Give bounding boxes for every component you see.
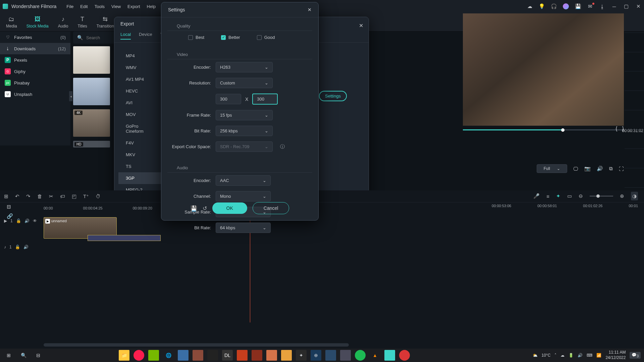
cloud-icon[interactable]: ☁ <box>527 3 533 9</box>
menu-export[interactable]: Export <box>127 4 140 9</box>
format-av1mp4[interactable]: AV1 MP4 <box>118 73 161 85</box>
mute-icon[interactable]: 🔊 <box>23 245 29 249</box>
battery-icon[interactable]: 🔋 <box>569 353 574 358</box>
chrome-icon[interactable]: 🌐 <box>163 350 174 361</box>
profile-icon[interactable] <box>563 3 569 9</box>
resolution-height-input[interactable] <box>252 94 278 105</box>
delete-icon[interactable]: 🗑 <box>37 193 42 199</box>
ok-button[interactable]: OK <box>212 202 247 214</box>
sidebar-item-pexels[interactable]: PPexels <box>0 54 70 66</box>
format-f4v[interactable]: F4V <box>118 137 161 149</box>
format-mov[interactable]: MOV <box>118 109 161 120</box>
text-icon[interactable]: T⁺ <box>83 193 89 199</box>
sidebar-item-downloads[interactable]: ⭳Downloads(12) <box>0 43 70 54</box>
app-icon[interactable] <box>266 350 277 361</box>
wifi-icon[interactable]: 📶 <box>596 353 601 358</box>
export-close-icon[interactable]: ✕ <box>359 22 363 29</box>
rail-item[interactable] <box>625 168 644 188</box>
export-tab-device[interactable]: Device <box>139 32 152 40</box>
mute-icon[interactable]: 🔊 <box>24 219 30 223</box>
video-clip[interactable]: ▶ unnamed <box>44 217 117 239</box>
filmora-icon[interactable] <box>384 350 395 361</box>
media-thumb[interactable]: 4K <box>73 109 110 137</box>
onedrive-icon[interactable]: ☁ <box>560 353 565 358</box>
monitor-icon[interactable]: 🖵 <box>573 166 578 172</box>
close-icon[interactable]: ✕ <box>635 3 641 9</box>
crop-icon[interactable]: ◰ <box>72 193 76 199</box>
save-icon[interactable]: 💾 <box>575 3 581 9</box>
tag-icon[interactable]: 🏷 <box>60 193 65 199</box>
info-icon[interactable]: ⓘ <box>280 144 285 150</box>
speed-icon[interactable]: ⏱ <box>96 193 101 199</box>
zoom-in-icon[interactable]: ⊕ <box>620 193 624 199</box>
weather-icon[interactable]: ⛅ <box>533 353 538 358</box>
tab-titles[interactable]: TTitles <box>77 16 87 28</box>
mark-in-icon[interactable]: { <box>615 126 617 132</box>
tab-audio[interactable]: ♪Audio <box>58 16 68 28</box>
format-hevc[interactable]: HEVC <box>118 85 161 97</box>
view-toggle-icon[interactable]: ◑ <box>631 192 638 200</box>
video-encoder-select[interactable]: H263⌄ <box>216 62 273 72</box>
mic-icon[interactable]: 🎤 <box>533 193 540 199</box>
rail-item[interactable] <box>625 71 644 91</box>
message-icon[interactable]: ✉ <box>587 3 593 9</box>
pip-icon[interactable]: ⧉ <box>609 166 613 172</box>
app-icon[interactable] <box>252 350 262 361</box>
idea-icon[interactable]: 💡 <box>539 3 545 9</box>
tray-chevron-icon[interactable]: ˄ <box>554 353 556 358</box>
quality-better[interactable]: ✓Better <box>221 35 240 40</box>
tab-media[interactable]: 🗂Media <box>6 16 17 28</box>
rail-item[interactable] <box>625 52 644 72</box>
format-3gp[interactable]: 3GP <box>118 172 161 184</box>
undo-icon[interactable]: ↶ <box>15 193 19 199</box>
cancel-button[interactable]: Cancel <box>253 202 289 214</box>
language-icon[interactable]: ⌨ <box>587 353 592 358</box>
opera-icon[interactable] <box>133 350 144 361</box>
menu-view[interactable]: View <box>111 4 121 9</box>
volume-icon[interactable]: 🔊 <box>578 353 583 358</box>
app-icon[interactable] <box>340 350 351 361</box>
mixer-icon[interactable]: ≡ <box>546 193 549 199</box>
fit-icon[interactable]: ▭ <box>567 193 572 199</box>
media-thumb[interactable] <box>73 78 110 105</box>
app-icon[interactable]: ✦ <box>296 350 307 361</box>
app-icon[interactable] <box>281 350 292 361</box>
rail-item[interactable] <box>625 33 644 52</box>
settings-close-icon[interactable]: ✕ <box>308 7 312 12</box>
app-icon[interactable]: DL <box>222 350 233 361</box>
preview-progress[interactable] <box>463 129 624 130</box>
settings-button[interactable]: Settings <box>319 91 347 101</box>
notifications-icon[interactable]: 💬3 <box>630 352 641 359</box>
app-icon[interactable] <box>193 350 203 361</box>
format-avi[interactable]: AVI <box>118 97 161 109</box>
taskview-icon[interactable]: ⊟ <box>33 350 44 361</box>
format-ts[interactable]: TS <box>118 161 161 172</box>
rail-item[interactable] <box>625 149 644 168</box>
start-icon[interactable]: ⊞ <box>3 350 14 361</box>
weather-temp[interactable]: 10°C <box>542 353 551 358</box>
vlc-icon[interactable]: ▲ <box>370 350 380 361</box>
visibility-icon[interactable]: 👁 <box>33 219 37 223</box>
preview-video[interactable]: { } 00:00:31:02 <box>463 13 624 126</box>
save-preset-icon[interactable]: 💾 <box>191 205 197 212</box>
quality-best[interactable]: Best <box>188 35 204 40</box>
lock-icon[interactable]: 🔓 <box>16 219 21 223</box>
rail-item[interactable] <box>625 130 644 149</box>
fullscreen-icon[interactable]: ⛶ <box>619 166 624 172</box>
zoom-slider[interactable] <box>590 196 613 196</box>
audio-bitrate-select[interactable]: 64 kbps⌄ <box>216 223 271 233</box>
volume-icon[interactable]: 🔊 <box>597 166 603 172</box>
menu-edit[interactable]: Edit <box>80 4 88 9</box>
resolution-select[interactable]: Custom⌄ <box>216 78 273 88</box>
download-icon[interactable]: ⭳ <box>599 3 605 9</box>
menu-tools[interactable]: Tools <box>95 4 105 9</box>
app-icon[interactable] <box>325 350 336 361</box>
sidebar-item-favorites[interactable]: ♡Favorites(0) <box>0 32 70 43</box>
channel-select[interactable]: Mono⌄ <box>216 191 271 201</box>
menu-help[interactable]: Help <box>147 4 156 9</box>
redo-icon[interactable]: ↷ <box>26 193 31 199</box>
sidebar-item-pixabay[interactable]: pxPixabay <box>0 77 70 88</box>
sidebar-item-unsplash[interactable]: UUnsplash <box>0 88 70 100</box>
preview-size-select[interactable]: Full⌄ <box>537 164 567 173</box>
rail-item[interactable] <box>625 13 644 33</box>
